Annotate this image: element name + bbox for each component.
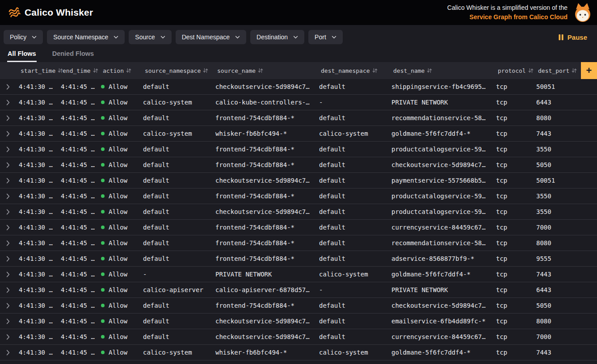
cell-start-time: 4:41:30 … xyxy=(16,188,58,204)
cell-end-time: 4:41:45 … xyxy=(58,235,98,251)
cell-dest-name: goldmane-5f6fc7ddf4-* xyxy=(389,345,493,360)
cell-start-time: 4:41:30 … xyxy=(16,298,58,313)
cell-source-name: checkoutservice-5d9894c7… xyxy=(213,173,316,188)
cell-source-namespace: default xyxy=(140,314,213,329)
column-header-action[interactable]: action xyxy=(98,62,140,79)
row-expander[interactable] xyxy=(0,110,16,126)
cell-spacer xyxy=(581,298,597,313)
row-expander[interactable] xyxy=(0,282,16,297)
cell-source-name: checkoutservice-5d9894c7… xyxy=(213,329,316,344)
column-header-dest-name[interactable]: dest_name xyxy=(389,62,493,79)
row-expander[interactable] xyxy=(0,188,16,204)
service-graph-link[interactable]: Service Graph from Calico Cloud xyxy=(470,13,568,22)
table-row[interactable]: 4:41:30 … 4:41:45 … Allow calico-system … xyxy=(0,126,597,142)
column-header-dest-namespace[interactable]: dest_namespace xyxy=(316,62,389,79)
cell-dest-name: productcatalogservice-59… xyxy=(389,188,493,204)
filter-button-dest-namespace[interactable]: Dest Namespace xyxy=(176,30,246,44)
cell-source-namespace: default xyxy=(140,173,213,188)
cell-action: Allow xyxy=(98,126,140,141)
pause-label: Pause xyxy=(568,33,587,41)
pause-button[interactable]: Pause xyxy=(555,33,591,41)
filter-button-source[interactable]: Source xyxy=(129,30,171,44)
table-row[interactable]: 4:41:30 … 4:41:45 … Allow default fronte… xyxy=(0,298,597,314)
row-expander[interactable] xyxy=(0,298,16,313)
row-expander[interactable] xyxy=(0,220,16,235)
table-row[interactable]: 4:41:30 … 4:41:45 … Allow default checko… xyxy=(0,173,597,188)
add-column-button[interactable]: + xyxy=(581,62,597,79)
row-expander[interactable] xyxy=(0,251,16,266)
column-header-start-time[interactable]: start_time xyxy=(16,62,58,79)
calico-cat-mascot-icon xyxy=(573,2,593,23)
tab-denied-flows[interactable]: Denied Flows xyxy=(52,46,94,62)
table-row[interactable]: 4:41:30 … 4:41:45 … Allow default checko… xyxy=(0,204,597,220)
table-row[interactable]: 4:41:30 … 4:41:45 … Allow default fronte… xyxy=(0,110,597,126)
column-header-end-time[interactable]: end_time xyxy=(58,62,98,79)
table-row[interactable]: 4:41:30 … 4:41:45 … Allow - PRIVATE NETW… xyxy=(0,267,597,282)
cell-source-name: frontend-754cdbf884-* xyxy=(213,110,316,126)
table-row[interactable]: 4:41:30 … 4:41:45 … Allow calico-apiserv… xyxy=(0,282,597,298)
cell-end-time: 4:41:45 … xyxy=(58,95,98,110)
row-expander[interactable] xyxy=(0,314,16,329)
action-status-dot xyxy=(101,179,105,182)
table-row[interactable]: 4:41:30 … 4:41:45 … Allow default fronte… xyxy=(0,142,597,157)
action-label: Allow xyxy=(109,318,127,325)
table-row[interactable]: 4:41:30 … 4:41:45 … Allow default checko… xyxy=(0,329,597,345)
cell-end-time: 4:41:45 … xyxy=(58,173,98,188)
row-expander[interactable] xyxy=(0,235,16,251)
column-header-source-namespace[interactable]: source_namespace xyxy=(140,62,213,79)
plus-icon: + xyxy=(586,66,592,75)
filter-button-policy[interactable]: Policy xyxy=(4,30,43,44)
column-label: start_time xyxy=(21,67,55,74)
cell-dest-name: PRIVATE NETWORK xyxy=(389,282,493,297)
cell-spacer xyxy=(581,267,597,282)
cell-dest-name: checkoutservice-5d9894c7… xyxy=(389,298,493,313)
cell-protocol: tcp xyxy=(493,95,534,110)
cell-spacer xyxy=(581,142,597,157)
column-header-protocol[interactable]: protocol xyxy=(493,62,534,79)
action-label: Allow xyxy=(109,349,127,356)
cell-end-time: 4:41:45 … xyxy=(58,329,98,344)
row-expander[interactable] xyxy=(0,204,16,219)
cell-source-name: calico-kube-controllers-… xyxy=(213,95,316,110)
filter-button-destination[interactable]: Destination xyxy=(250,30,304,44)
row-expander[interactable] xyxy=(0,157,16,172)
action-status-dot xyxy=(101,85,105,88)
cell-start-time: 4:41:30 … xyxy=(16,220,58,235)
row-expander[interactable] xyxy=(0,95,16,110)
cell-dest-name: recommendationservice-58… xyxy=(389,110,493,126)
table-row[interactable]: 4:41:30 … 4:41:45 … Allow default checko… xyxy=(0,79,597,95)
table-row[interactable]: 4:41:30 … 4:41:45 … Allow calico-system … xyxy=(0,95,597,110)
table-row[interactable]: 4:41:30 … 4:41:45 … Allow default checko… xyxy=(0,314,597,329)
filter-button-port[interactable]: Port xyxy=(308,30,343,44)
table-row[interactable]: 4:41:30 … 4:41:45 … Allow default fronte… xyxy=(0,251,597,267)
cell-spacer xyxy=(581,204,597,219)
action-label: Allow xyxy=(109,224,127,231)
row-expander[interactable] xyxy=(0,126,16,141)
row-expander[interactable] xyxy=(0,345,16,360)
row-expander[interactable] xyxy=(0,79,16,94)
action-label: Allow xyxy=(109,83,127,90)
partial-row xyxy=(0,360,597,364)
row-expander[interactable] xyxy=(0,329,16,344)
tab-all-flows[interactable]: All Flows xyxy=(7,46,37,62)
cell-dest-namespace: calico-system xyxy=(316,345,389,360)
action-label: Allow xyxy=(109,130,127,137)
row-expander[interactable] xyxy=(0,267,16,282)
flows-table: start_time end_time action source_namesp… xyxy=(0,62,597,364)
row-expander[interactable] xyxy=(0,173,16,188)
chevron-right-icon xyxy=(6,84,10,90)
cell-dest-port: 5050 xyxy=(534,157,581,172)
table-row[interactable]: 4:41:30 … 4:41:45 … Allow default fronte… xyxy=(0,188,597,204)
table-row[interactable]: 4:41:30 … 4:41:45 … Allow default fronte… xyxy=(0,235,597,251)
table-row[interactable]: 4:41:30 … 4:41:45 … Allow default fronte… xyxy=(0,220,597,235)
row-expander[interactable] xyxy=(0,142,16,157)
filter-button-source-namespace[interactable]: Source Namespace xyxy=(47,30,125,44)
table-row[interactable]: 4:41:30 … 4:41:45 … Allow calico-system … xyxy=(0,345,597,360)
column-header-source-name[interactable]: source_name xyxy=(213,62,316,79)
chevron-right-icon xyxy=(6,350,10,356)
column-header-dest-port[interactable]: dest_port xyxy=(534,62,581,79)
action-label: Allow xyxy=(109,271,127,278)
cell-action: Allow xyxy=(98,79,140,94)
table-row[interactable]: 4:41:30 … 4:41:45 … Allow default fronte… xyxy=(0,157,597,173)
cell-end-time: 4:41:45 … xyxy=(58,142,98,157)
